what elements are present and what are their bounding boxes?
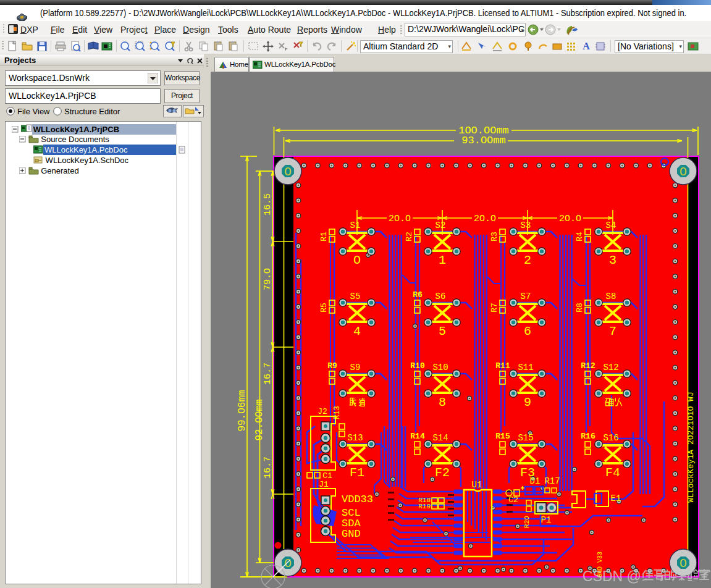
svg-text:R15: R15 [495,432,510,441]
svg-text:R11: R11 [495,361,510,371]
svg-text:R4: R4 [575,232,584,242]
svg-text:S5: S5 [350,292,361,301]
svg-text:R12: R12 [581,361,595,371]
svg-text:A: A [583,41,590,51]
svg-text:R9: R9 [327,361,337,371]
svg-text:R16: R16 [581,432,595,441]
svg-text:3: 3 [609,253,616,267]
svg-text:S16: S16 [603,433,618,443]
svg-text:R7: R7 [490,303,499,313]
svg-text:C1: C1 [322,471,332,481]
svg-text:F4: F4 [605,466,620,480]
svg-text:S13: S13 [347,433,363,443]
svg-text:VDD33: VDD33 [342,494,373,505]
svg-text:16.7: 16.7 [263,363,273,385]
svg-text:2O.O: 2O.O [389,214,411,224]
svg-text:R17: R17 [544,476,560,486]
svg-text:5: 5 [439,324,446,338]
svg-text:16.5: 16.5 [263,193,273,216]
svg-text:R10: R10 [410,361,425,371]
svg-text:2: 2 [524,253,531,267]
svg-text:S9: S9 [350,363,361,372]
svg-text:R5: R5 [319,303,329,313]
svg-text:R14: R14 [410,432,425,441]
svg-text:R2O: R2O [523,516,531,528]
svg-text:S6: S6 [435,292,446,301]
svg-text:S7: S7 [521,292,531,301]
svg-text:S12: S12 [603,363,618,372]
svg-text:79.O: 79.O [263,268,273,290]
svg-text:2O.O: 2O.O [559,214,581,224]
svg-text:O: O [679,165,687,179]
svg-text:J1: J1 [319,480,329,489]
svg-text:R8: R8 [575,303,584,313]
svg-text:4: 4 [353,324,361,338]
svg-text:92.OOmm: 92.OOmm [254,399,265,440]
svg-text:O: O [679,556,687,571]
svg-text:S10: S10 [432,363,448,372]
svg-text:R3: R3 [490,232,499,242]
svg-text:S15: S15 [518,433,533,443]
svg-text:9: 9 [524,395,531,410]
svg-text:R13: R13 [333,406,342,419]
svg-text:2O.O: 2O.O [474,214,496,224]
svg-text:S3: S3 [521,220,531,230]
svg-text:6: 6 [524,324,531,338]
svg-text:1: 1 [439,253,446,267]
svg-text:F1: F1 [350,466,364,480]
svg-text:S14: S14 [432,433,448,443]
svg-text:P1: P1 [541,515,552,525]
svg-text:R2: R2 [405,232,414,242]
svg-text:S1: S1 [350,220,361,230]
svg-text:J2: J2 [318,407,327,416]
svg-text:WLLockKey1A 2O221O1O WJ: WLLockKey1A 2O221O1O WJ [686,392,696,502]
svg-text:C2: C2 [508,495,518,505]
svg-text:U1: U1 [472,480,482,490]
svg-text:7: 7 [609,324,616,338]
svg-text:16.7: 16.7 [263,456,273,479]
svg-text:CSDN @: CSDN @ [583,568,641,584]
svg-text:93.OOmm: 93.OOmm [461,135,505,146]
svg-text:D1: D1 [530,476,541,486]
svg-text:GND: GND [342,528,361,540]
svg-text:R6: R6 [413,290,423,300]
svg-text:E1: E1 [611,494,621,503]
svg-text:O: O [284,165,292,179]
svg-text:O: O [353,253,361,267]
svg-text:8: 8 [439,395,446,410]
svg-text:F2: F2 [435,466,450,480]
svg-text:R1: R1 [319,232,329,242]
svg-text:99.O6mm: 99.O6mm [237,390,248,431]
svg-text:R19: R19 [418,503,431,510]
svg-text:S11: S11 [518,363,533,372]
svg-text:S4: S4 [606,220,616,230]
svg-text:S2: S2 [435,220,446,230]
svg-text:O: O [284,556,292,571]
svg-text:S8: S8 [606,292,616,301]
